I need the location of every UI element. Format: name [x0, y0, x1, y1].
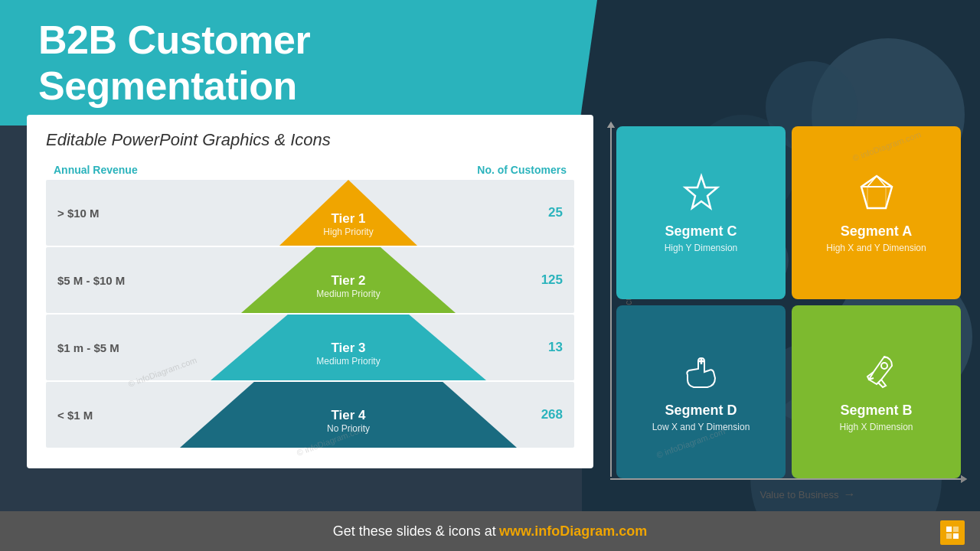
tier-row-2: $5 M - $10 M Tier 2 Medium Priority 125 — [46, 247, 574, 313]
right-panel: Value to End-customer Value to Business … — [593, 119, 969, 509]
tier-row-1: > $10 M Tier 1 High Priority 25 — [46, 180, 574, 246]
tier2-center: Tier 2 Medium Priority — [168, 247, 528, 313]
footer-link: www.infoDiagram.com — [499, 523, 647, 540]
rocket-icon — [857, 352, 897, 396]
tier1-revenue: > $10 M — [46, 207, 168, 220]
tier4-shape — [180, 382, 517, 448]
segment-a-desc: High X and Y Dimension — [826, 243, 926, 253]
segment-d-desc: Low X and Y Dimension — [652, 422, 750, 432]
axis-label-customers: No. of Customers — [477, 164, 567, 176]
segments-area: Value to End-customer Value to Business … — [593, 119, 969, 509]
segment-d-name: Segment D — [665, 403, 737, 419]
y-axis — [610, 126, 612, 477]
svg-rect-12 — [953, 527, 959, 532]
tier2-shape — [241, 247, 456, 313]
svg-marker-1 — [861, 176, 892, 208]
tier-row-4: < $1 M Tier 4 No Priority 268 — [46, 382, 574, 448]
svg-rect-10 — [946, 527, 952, 532]
tier3-shape — [211, 315, 486, 380]
footer-logo-icon — [940, 520, 965, 545]
tier1-shape — [279, 180, 417, 246]
tier3-customers: 13 — [528, 340, 574, 355]
segment-a-name: Segment A — [841, 223, 912, 240]
tier1-customers: 25 — [528, 205, 574, 220]
subtitle: Editable PowerPoint Graphics & Icons — [46, 130, 574, 150]
tier4-center: Tier 4 No Priority — [168, 382, 528, 448]
segment-b-desc: High X Dimension — [839, 422, 913, 432]
segment-card-d: Segment D Low X and Y Dimension — [616, 305, 786, 478]
main-content: B2B Customer Segmentation Editable Power… — [0, 0, 980, 551]
tier-row-3: $1 m - $5 M Tier 3 Medium Priority 13 — [46, 315, 574, 380]
tier1-center: Tier 1 High Priority — [168, 180, 528, 246]
page-title: B2B Customer Segmentation — [38, 17, 559, 109]
tier3-revenue: $1 m - $5 M — [46, 341, 168, 354]
tier2-revenue: $5 M - $10 M — [46, 274, 168, 287]
segment-c-name: Segment C — [665, 223, 737, 240]
footer: Get these slides & icons at www.infoDiag… — [0, 511, 980, 551]
segments-grid: Segment C High Y Dimension — [616, 126, 961, 478]
svg-rect-11 — [953, 533, 959, 539]
segment-b-name: Segment B — [840, 403, 912, 419]
x-axis-label: Value to Business → — [655, 487, 961, 501]
left-panel: Editable PowerPoint Graphics & Icons Ann… — [27, 115, 593, 468]
hand-plus-icon — [681, 352, 721, 396]
footer-prefix: Get these slides & icons at — [333, 523, 496, 540]
segment-card-a: Segment A High X and Y Dimension — [792, 126, 961, 299]
pyramid-container: > $10 M Tier 1 High Priority 25 $5 M - $… — [46, 180, 574, 448]
tier3-center: Tier 3 Medium Priority — [168, 315, 528, 380]
x-axis — [610, 478, 962, 480]
diamond-icon — [857, 173, 897, 217]
tier4-revenue: < $1 M — [46, 409, 168, 422]
segment-card-c: Segment C High Y Dimension — [616, 126, 786, 299]
svg-point-9 — [881, 363, 887, 369]
axis-label-revenue: Annual Revenue — [54, 164, 138, 176]
tier4-customers: 268 — [528, 407, 574, 422]
segment-card-b: Segment B High X Dimension — [792, 305, 961, 478]
axis-labels: Annual Revenue No. of Customers — [46, 164, 574, 176]
svg-rect-13 — [946, 533, 952, 539]
svg-marker-0 — [685, 176, 717, 208]
segment-c-desc: High Y Dimension — [665, 243, 738, 253]
tier2-customers: 125 — [528, 272, 574, 288]
star-icon — [681, 173, 721, 217]
header-banner: B2B Customer Segmentation — [0, 0, 597, 126]
